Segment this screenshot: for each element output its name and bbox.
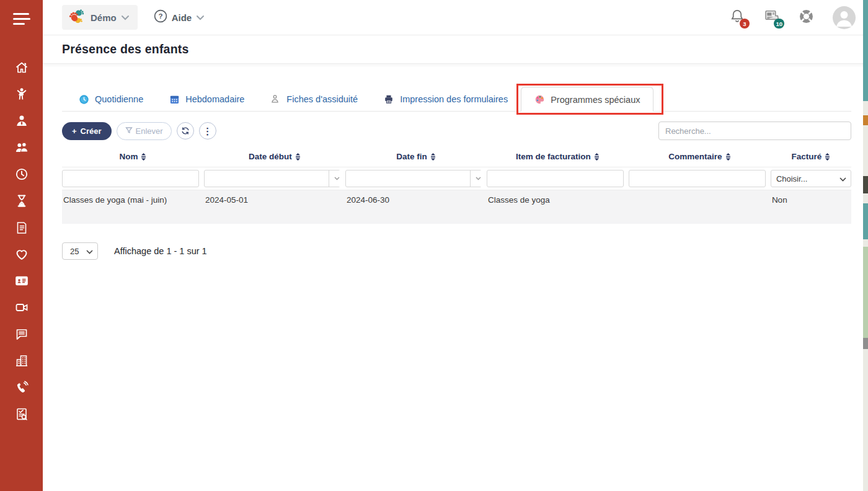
column-label: Date fin: [396, 152, 427, 161]
brand-logo-icon: [68, 7, 86, 28]
content: Quotidienne Hebdomadaire Fiches d'assidu…: [43, 64, 868, 260]
tab-impression-formulaires[interactable]: Impression des formulaires: [371, 87, 521, 111]
filter-nom-input[interactable]: [62, 170, 199, 187]
sort-icon: [825, 153, 830, 161]
svg-text:?: ?: [158, 12, 162, 20]
scrollbar-mark: [863, 247, 868, 338]
scrollbar[interactable]: [863, 0, 868, 491]
remove-button[interactable]: Enlever: [117, 122, 172, 140]
column-header-date-debut[interactable]: Date début: [204, 149, 345, 167]
user-avatar[interactable]: [833, 6, 856, 29]
building-icon[interactable]: [14, 353, 30, 368]
invoice-icon[interactable]: [14, 220, 30, 235]
kebab-icon: ⋮: [203, 126, 212, 136]
sort-icon: [725, 153, 731, 161]
filter-commentaire-input[interactable]: [629, 170, 766, 187]
topbar: Démo ? Aide 3: [43, 0, 868, 35]
home-icon[interactable]: [14, 60, 30, 75]
sidebar: [0, 0, 43, 491]
filter-row: Choisir...: [62, 167, 851, 190]
filter-date-fin-input[interactable]: [345, 170, 482, 187]
staff-icon[interactable]: [14, 113, 30, 128]
app-window: Démo ? Aide 3: [0, 0, 868, 491]
filter-item-facturation-input[interactable]: [487, 170, 624, 187]
messages-icon[interactable]: [14, 327, 30, 342]
chevron-down-icon: [196, 12, 205, 23]
calendar-icon: [169, 94, 180, 105]
tab-fiches-assiduite[interactable]: Fiches d'assiduité: [257, 87, 371, 111]
table-row[interactable]: Classes de yoga (mai - juin) 2024-05-01 …: [62, 190, 851, 224]
help-label: Aide: [172, 12, 192, 23]
organization-switcher[interactable]: Démo: [62, 5, 138, 30]
chevron-down-icon: [121, 12, 130, 23]
column-header-item-facturation[interactable]: Item de facturation: [487, 149, 629, 167]
search-input[interactable]: [658, 122, 851, 140]
families-icon[interactable]: [14, 140, 30, 155]
tab-label: Fiches d'assiduité: [286, 94, 358, 104]
column-label: Date début: [249, 152, 292, 161]
cell-date-debut: 2024-05-01: [204, 195, 345, 224]
tab-hebdomadaire[interactable]: Hebdomadaire: [156, 87, 257, 111]
table-footer: 25 Affichage de 1 - 1 sur 1: [62, 242, 851, 260]
filter-funnel-icon: [125, 126, 133, 136]
create-button[interactable]: + Créer: [62, 122, 112, 140]
support-lifering-button[interactable]: [798, 8, 815, 27]
toolbar: + Créer Enlever ⋮: [62, 122, 851, 140]
scrollbar-mark: [863, 0, 868, 101]
tab-label: Programmes spéciaux: [551, 95, 640, 105]
sort-icon: [430, 153, 436, 161]
tab-label: Impression des formulaires: [400, 94, 508, 104]
clock-icon[interactable]: [14, 167, 30, 182]
person-icon: [270, 94, 281, 105]
column-header-commentaire[interactable]: Commentaire: [629, 149, 771, 167]
column-header-nom[interactable]: Nom: [62, 149, 204, 167]
hourglass-icon[interactable]: [14, 193, 30, 208]
cell-facture: Non: [771, 195, 851, 224]
id-card-icon[interactable]: [14, 273, 30, 288]
cell-date-fin: 2024-06-30: [345, 195, 487, 224]
tab-label: Hebdomadaire: [185, 94, 244, 104]
news-button[interactable]: 10: [763, 8, 780, 27]
cell-item-facturation: Classes de yoga: [487, 195, 629, 224]
tab-programmes-speciaux[interactable]: Programmes spéciaux: [521, 87, 653, 112]
tab-bar: Quotidienne Hebdomadaire Fiches d'assidu…: [62, 87, 851, 112]
question-circle-icon: ?: [154, 9, 167, 25]
date-picker-caret-button[interactable]: [329, 170, 345, 187]
news-count-badge: 10: [774, 19, 784, 29]
column-label: Facturé: [792, 152, 822, 161]
programs-table: Nom Date début Date fin Item de facturat…: [62, 149, 851, 224]
sort-icon: [141, 153, 146, 161]
reports-icon[interactable]: [14, 407, 30, 422]
phone-icon[interactable]: [14, 380, 30, 395]
pagination-summary: Affichage de 1 - 1 sur 1: [114, 246, 207, 256]
hamburger-menu-icon[interactable]: [13, 13, 30, 28]
scrollbar-thumb[interactable]: [863, 338, 868, 349]
plus-icon: +: [72, 126, 77, 136]
more-options-button[interactable]: ⋮: [199, 122, 216, 139]
column-label: Nom: [119, 152, 138, 161]
child-icon[interactable]: [14, 87, 30, 102]
table-header-row: Nom Date début Date fin Item de facturat…: [62, 149, 851, 167]
create-label: Créer: [81, 126, 102, 136]
column-header-date-fin[interactable]: Date fin: [345, 149, 487, 167]
organization-name: Démo: [91, 12, 117, 23]
tab-label: Quotidienne: [95, 94, 143, 104]
date-picker-caret-button[interactable]: [470, 170, 486, 187]
column-label: Item de facturation: [516, 152, 591, 161]
notifications-button[interactable]: 3: [729, 8, 745, 27]
cell-commentaire: [629, 195, 771, 224]
filter-date-debut-input[interactable]: [204, 170, 340, 187]
video-icon[interactable]: [14, 300, 30, 315]
column-header-facture[interactable]: Facturé: [771, 149, 851, 167]
column-label: Commentaire: [668, 152, 722, 161]
refresh-button[interactable]: [177, 122, 194, 139]
filter-facture-select[interactable]: Choisir...: [771, 170, 851, 187]
page-title: Présence des enfants: [62, 42, 189, 56]
topbar-actions: 3 10: [729, 6, 856, 29]
tab-quotidienne[interactable]: Quotidienne: [66, 87, 156, 111]
scrollbar-mark: [863, 203, 868, 239]
clock-icon: [79, 94, 89, 105]
page-size-select[interactable]: 25: [62, 242, 98, 260]
help-menu[interactable]: ? Aide: [154, 9, 205, 25]
heart-icon[interactable]: [14, 247, 30, 262]
